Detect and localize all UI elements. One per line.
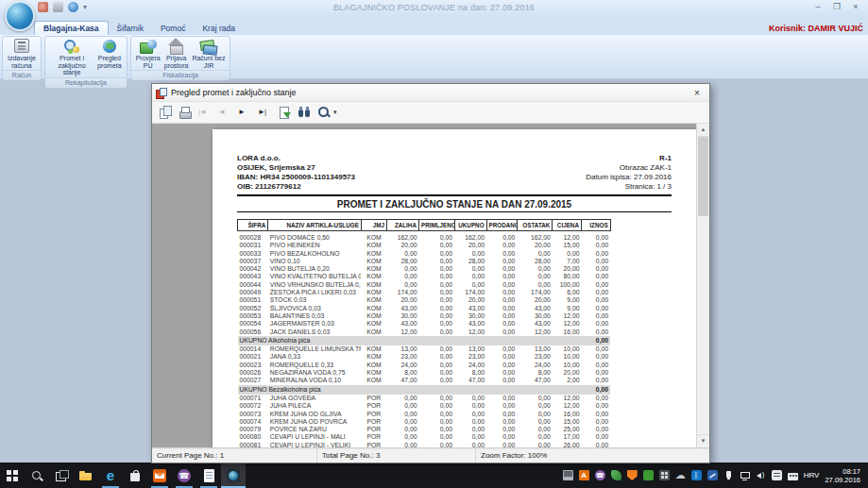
table-cell: 0,00 [486, 442, 517, 448]
task-view-button[interactable] [49, 463, 74, 488]
pos-app-button[interactable] [221, 463, 246, 488]
next-page-icon[interactable] [238, 106, 251, 119]
last-page-icon[interactable] [258, 106, 271, 119]
edge-button[interactable]: e [98, 463, 123, 488]
power-plug-icon[interactable] [723, 470, 734, 480]
first-page-icon[interactable] [198, 106, 212, 119]
quick-access-icon[interactable] [53, 2, 63, 12]
green-app-icon[interactable] [643, 470, 654, 480]
table-cell: 0,00 [581, 305, 610, 312]
tab-kraj-rada[interactable]: Kraj rada [194, 22, 244, 35]
scrollbar-thumb[interactable] [698, 137, 708, 216]
table-cell: 0,00 [454, 281, 486, 289]
close-button[interactable]: × [847, 1, 864, 13]
table-cell: 0,00 [517, 273, 553, 280]
table-row: 000053BALANTINES 0,03KOM30,000,0030,000,… [238, 312, 611, 320]
table-cell: 30,00 [454, 312, 486, 320]
column-header: IZNOS [581, 220, 610, 231]
task-view-icon [55, 469, 68, 482]
vertical-scrollbar[interactable]: ▲ ▼ [696, 124, 709, 447]
prev-page-icon[interactable] [218, 106, 231, 119]
table-cell: 2,00 [553, 377, 582, 384]
quick-access-dropdown-icon[interactable]: ▾ [83, 3, 87, 11]
viber-button[interactable] [172, 463, 196, 488]
minimize-button[interactable]: – [809, 1, 826, 13]
volume-icon[interactable] [756, 470, 766, 480]
table-cell: 0,00 [486, 250, 517, 258]
table-cell: POR [361, 402, 386, 410]
table-cell: 12,00 [454, 328, 486, 336]
search-button[interactable] [25, 463, 49, 488]
mail-button[interactable] [147, 463, 172, 488]
report-window-titlebar[interactable]: Pregled promet i zaključno stanje × [152, 84, 709, 102]
table-cell: 0,00 [418, 353, 454, 361]
promet-i-zakljucno-stanje-button[interactable]: Promet i zaključno stanje [48, 38, 95, 77]
tab-pomo-[interactable]: Pomoć [152, 22, 194, 35]
table-cell: 000026 [238, 369, 268, 377]
scroll-down-icon[interactable]: ▼ [697, 434, 709, 447]
app-menu-orb-button[interactable] [5, 1, 35, 31]
touch-keyboard-icon[interactable] [788, 473, 798, 480]
table-cell: 20,00 [454, 242, 486, 249]
table-cell: 16,00 [553, 328, 582, 336]
table-cell: KOM [361, 362, 386, 369]
tab--ifarnik[interactable]: Šifarnik [109, 22, 152, 35]
table-cell: 12,00 [553, 320, 582, 328]
prijava-prostora-button[interactable]: Prijava prostora [162, 38, 191, 70]
maximize-button[interactable]: ❐ [828, 1, 845, 13]
print-icon[interactable] [179, 106, 192, 119]
meta-form: Obrazac ZAK-1 [586, 163, 672, 173]
document-app-button[interactable] [196, 463, 221, 488]
info-icon[interactable] [68, 2, 78, 12]
quick-access-toolbar: ▾ [38, 2, 87, 12]
report-window: Pregled promet i zaključno stanje × ▾ LO… [151, 83, 710, 463]
pregled-prometa-button[interactable]: Pregled prometa [95, 38, 124, 70]
table-cell: 0,00 [418, 231, 454, 243]
bluetooth-icon[interactable] [691, 470, 702, 480]
quick-access-icon[interactable] [38, 2, 48, 12]
table-cell: POR [361, 395, 386, 402]
tab-blagajna-kasa[interactable]: Blagajna-Kasa [34, 21, 109, 35]
table-cell: 0,00 [581, 377, 610, 384]
table-cell: 0,00 [581, 281, 610, 289]
clock[interactable]: 08:17 27.09.2016 [825, 467, 862, 484]
blue-app-icon[interactable] [707, 470, 718, 480]
find-icon[interactable] [298, 106, 311, 119]
start-button[interactable] [0, 463, 25, 488]
file-explorer-button[interactable] [74, 463, 98, 488]
table-cell: 0,00 [386, 402, 418, 410]
table-cell: NEGAZIRANA VODA 0,75 [268, 369, 362, 377]
grid-app-icon[interactable] [659, 470, 670, 480]
monitor-icon[interactable] [563, 470, 573, 480]
adobe-a-icon[interactable] [579, 470, 589, 480]
table-cell: 000080 [238, 433, 268, 441]
network-icon[interactable] [740, 470, 750, 480]
table-cell: 0,00 [581, 362, 610, 369]
refresh-export-icon[interactable] [278, 106, 291, 119]
cloud-icon[interactable] [675, 470, 686, 480]
table-cell: 000072 [238, 402, 268, 410]
izdavanje-racuna-button[interactable]: Izdavanje računa [6, 38, 38, 70]
table-row: 000072JUHA PILEĆAPOR0,000,000,000,000,00… [238, 402, 611, 410]
table-row: 000081ĆEVAPI U LEPINJI - VELIKIPOR0,000,… [238, 442, 611, 448]
provjera-pu-button[interactable]: Provjera PU [134, 38, 162, 70]
phone-tray-icon[interactable] [595, 470, 605, 480]
scroll-up-icon[interactable]: ▲ [697, 124, 709, 137]
table-cell: 0,00 [418, 258, 454, 265]
page-setup-icon[interactable] [159, 106, 172, 119]
table-cell: 23,00 [517, 353, 553, 361]
chat-bubble-icon[interactable] [772, 470, 782, 480]
language-indicator[interactable]: HRV [804, 471, 820, 480]
table-cell: 0,00 [581, 320, 610, 328]
table-cell: 0,00 [517, 250, 553, 258]
table-cell: 0,00 [486, 369, 517, 377]
shield-icon[interactable] [627, 470, 638, 480]
table-cell: JAGERMAISTER 0,03 [268, 320, 362, 328]
store-button[interactable] [123, 463, 147, 488]
table-cell: 0,00 [517, 426, 553, 433]
report-close-button[interactable]: × [689, 88, 706, 98]
leaf-icon[interactable] [611, 470, 621, 480]
racuni-bez-jir-button[interactable]: Računi bez JIR [190, 38, 227, 70]
zoom-icon[interactable] [317, 106, 331, 119]
dropdown-caret-icon[interactable]: ▾ [333, 109, 337, 116]
